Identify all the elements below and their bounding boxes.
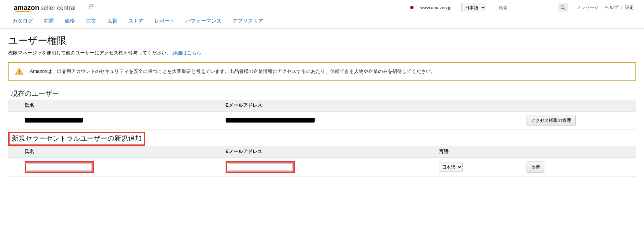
logo[interactable]: amazon seller central bbox=[14, 4, 76, 12]
page-subtitle: 権限マネージャを使用して他のユーザーにアクセス権を付与してください。 詳細はこち… bbox=[8, 50, 636, 56]
help-link[interactable]: ヘルプ bbox=[605, 5, 618, 10]
page-title: ユーザー権限 bbox=[8, 34, 636, 47]
svg-line-1 bbox=[564, 9, 565, 10]
svg-rect-3 bbox=[19, 73, 20, 74]
table-row: 日本語 招待 bbox=[8, 158, 636, 177]
learn-more-link[interactable]: 詳細はこちら bbox=[173, 50, 201, 55]
col-name: 氏名 bbox=[8, 100, 209, 112]
top-links: メッセージ | ヘルプ | 設定 bbox=[577, 4, 634, 11]
content: ユーザー権限 権限マネージャを使用して他のユーザーにアクセス権を付与してください… bbox=[0, 29, 644, 182]
nav-catalog[interactable]: カタログ bbox=[12, 18, 33, 24]
security-alert: Amazonは、出品用アカウントのセキュリティを安全に保つことを大変重要と考えて… bbox=[8, 62, 636, 81]
nav-orders[interactable]: 注文 bbox=[86, 18, 96, 24]
jp-flag-icon bbox=[410, 6, 414, 9]
invite-button[interactable]: 招待 bbox=[527, 162, 544, 173]
alert-text: Amazonは、出品用アカウントのセキュリティを安全に保つことを大変重要と考えて… bbox=[30, 68, 435, 75]
name-input-highlight bbox=[25, 161, 94, 173]
nav-performance[interactable]: パフォーマンス bbox=[186, 18, 222, 24]
col-name2: 氏名 bbox=[8, 146, 209, 158]
email-input-highlight bbox=[226, 161, 295, 173]
new-user-name-input[interactable] bbox=[27, 163, 92, 171]
nav-reports[interactable]: レポート bbox=[154, 18, 175, 24]
search-box bbox=[496, 3, 568, 12]
header-bar: amazon seller central www.amazon.jp 日本語 … bbox=[0, 0, 644, 14]
search-button[interactable] bbox=[558, 3, 568, 12]
marketplace-domain[interactable]: www.amazon.jp bbox=[420, 5, 452, 10]
add-user-title: 新規セラーセントラルユーザーの新規追加 bbox=[12, 135, 142, 142]
col-email: Eメールアドレス bbox=[209, 100, 422, 112]
search-icon bbox=[560, 5, 565, 10]
new-user-email-input[interactable] bbox=[228, 163, 293, 171]
flag-icon[interactable] bbox=[89, 4, 95, 12]
header-right: www.amazon.jp 日本語 メッセージ | ヘルプ | 設定 bbox=[410, 3, 634, 12]
svg-point-0 bbox=[561, 6, 564, 9]
warning-icon bbox=[15, 67, 24, 76]
add-user-title-highlight: 新規セラーセントラルユーザーの新規追加 bbox=[8, 132, 145, 146]
redacted-email bbox=[226, 118, 315, 123]
nav-ads[interactable]: 広告 bbox=[107, 18, 117, 24]
nav-appstore[interactable]: アプリストア bbox=[232, 18, 263, 24]
redacted-name bbox=[25, 118, 83, 123]
svg-rect-2 bbox=[19, 70, 20, 73]
main-nav: カタログ 在庫 価格 注文 広告 ストア レポート パフォーマンス アプリストア bbox=[0, 14, 644, 29]
settings-link[interactable]: 設定 bbox=[625, 5, 634, 10]
nav-pricing[interactable]: 価格 bbox=[65, 18, 75, 24]
language-select[interactable]: 日本語 bbox=[461, 3, 486, 12]
current-users-title: 現在のユーザー bbox=[11, 89, 636, 98]
col-lang: 言語 bbox=[422, 146, 510, 158]
new-user-language-select[interactable]: 日本語 bbox=[439, 163, 463, 171]
add-user-table: 氏名 Eメールアドレス 言語 bbox=[8, 146, 636, 177]
table-row: アクセス権限の管理 bbox=[8, 112, 636, 130]
search-input[interactable] bbox=[496, 3, 558, 12]
current-users-table: 氏名 Eメールアドレス アクセス権限の管理 bbox=[8, 100, 636, 130]
messages-link[interactable]: メッセージ bbox=[577, 5, 599, 10]
logo-sub: seller central bbox=[40, 4, 75, 12]
nav-store[interactable]: ストア bbox=[128, 18, 143, 24]
manage-permissions-button[interactable]: アクセス権限の管理 bbox=[527, 115, 576, 126]
nav-inventory[interactable]: 在庫 bbox=[44, 18, 54, 24]
logo-main: amazon bbox=[14, 4, 39, 12]
col-email2: Eメールアドレス bbox=[209, 146, 422, 158]
